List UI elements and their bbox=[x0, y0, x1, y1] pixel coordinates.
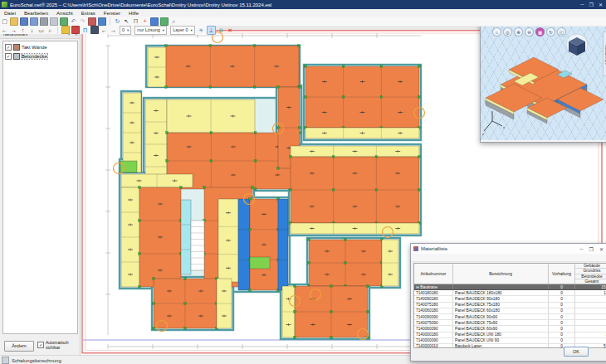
zoom-in-icon[interactable]: ⊕ bbox=[514, 27, 523, 36]
checkbox-icon[interactable]: ✓ bbox=[37, 342, 44, 348]
auto-visible-checkbox[interactable]: ✓ Automatisch sichtbar bbox=[37, 341, 72, 351]
minimize-button[interactable]: ─ bbox=[580, 2, 584, 7]
status-icon bbox=[2, 357, 9, 364]
material-table-body: ⊟ Baukrane015237140180180Panel BAUDECK 1… bbox=[414, 284, 606, 348]
menu-fenster[interactable]: Fenster bbox=[100, 11, 125, 16]
checkbox-icon[interactable]: ✓ bbox=[5, 44, 12, 51]
pan-left-icon[interactable]: ← bbox=[1, 27, 8, 34]
next-takt-icon[interactable]: → bbox=[110, 27, 117, 34]
material-close-button[interactable]: ✕ bbox=[599, 246, 604, 252]
snow-icon[interactable]: ✳ bbox=[198, 27, 205, 34]
col-vorhaltung: Vorhaltung bbox=[549, 264, 575, 284]
export-image-icon[interactable] bbox=[60, 17, 68, 26]
tree-item-betondecke[interactable]: ✓Betondecke bbox=[5, 52, 77, 60]
save-all-icon[interactable] bbox=[30, 17, 38, 26]
material-table[interactable]: Artikelnummer Bezeichnung Vorhaltung Geb… bbox=[413, 263, 606, 348]
fullscreen-icon[interactable]: ◱ bbox=[557, 27, 566, 36]
material-row[interactable]: 7140000180Panel BAUDECK UNI 180029 bbox=[414, 332, 606, 338]
material-row[interactable]: 7140075090Panel BAUDECK 75x9001 bbox=[414, 320, 606, 326]
toolbar-separator bbox=[57, 27, 58, 34]
material-row[interactable]: 7140060180Panel BAUDECK 60x18004 bbox=[414, 308, 606, 314]
profile-icon[interactable]: Π bbox=[81, 27, 89, 34]
undo-icon[interactable]: ↶ bbox=[70, 17, 77, 25]
copy-icon[interactable] bbox=[50, 17, 58, 26]
deck-mode-icon[interactable]: ⊥ bbox=[207, 26, 216, 35]
pan-up-icon[interactable]: ↑ bbox=[19, 27, 27, 34]
table-blue-icon[interactable] bbox=[150, 17, 159, 26]
material-row[interactable]: 7140000090Panel BAUDECK UNI 9009 bbox=[414, 338, 606, 344]
view-toolbar: ←→↑↓▭⌕Π←→0▾nur Lösung▾Layer 0▾✳⊥ü✕ bbox=[0, 26, 216, 34]
ok-button[interactable]: OK bbox=[564, 347, 589, 357]
zoom-window-icon[interactable]: ▭ bbox=[37, 27, 45, 34]
change-button[interactable]: Ändern bbox=[4, 341, 34, 352]
status-text: Schalungsberechnung bbox=[12, 358, 61, 363]
menu-extras[interactable]: Extras bbox=[77, 11, 100, 16]
zoom-out-icon[interactable]: ⊖ bbox=[525, 27, 534, 36]
solution-dropdown[interactable]: nur Lösung▾ bbox=[134, 26, 167, 35]
save-icon[interactable] bbox=[20, 17, 28, 26]
new-file-icon[interactable]: ▢ bbox=[1, 17, 8, 25]
svg-text:x: x bbox=[503, 125, 505, 129]
close-takt-icon[interactable]: ✕ bbox=[227, 27, 234, 34]
zoom-all-icon[interactable]: ⌕ bbox=[46, 27, 54, 34]
takt-delete-icon[interactable] bbox=[71, 26, 80, 34]
add-icon[interactable]: + bbox=[141, 17, 149, 25]
insert-image-icon[interactable] bbox=[98, 17, 106, 26]
material-maximize-button[interactable]: ❐ bbox=[589, 246, 594, 252]
dark-tool-icon[interactable] bbox=[90, 26, 99, 34]
prev-takt-icon[interactable]: ← bbox=[100, 27, 108, 34]
close-button[interactable]: ✕ bbox=[599, 2, 603, 7]
col-artikelnummer: Artikelnummer bbox=[414, 264, 453, 284]
material-row[interactable]: 7140090090Panel BAUDECK 90x90011 bbox=[414, 314, 606, 320]
maximize-button[interactable]: ❐ bbox=[589, 2, 594, 7]
redo-icon[interactable]: ↷ bbox=[79, 17, 86, 25]
menu-bearbeiten[interactable]: Bearbeiten bbox=[20, 11, 52, 16]
col-bezeichnung: Bezeichnung bbox=[453, 264, 549, 284]
print-icon[interactable] bbox=[40, 17, 48, 26]
table-green-icon[interactable] bbox=[160, 17, 169, 26]
select-cursor-icon[interactable]: ↖ bbox=[123, 17, 130, 25]
window-title: EuroSchal.net® 2025 – C:\Users\IrISch\On… bbox=[10, 2, 580, 7]
viewer3d-viewport[interactable]: ⌂◎⊕⊖▦↻◱ zx Taktauswahl bbox=[481, 25, 606, 140]
viewer3d-model[interactable]: zx bbox=[481, 25, 606, 140]
app-root: { "window": { "title": "EuroSchal.net® 2… bbox=[0, 0, 606, 364]
takt-panel: Taktauswahl 🖈 ✕ ✓Takt Wände✓Betondecke Ä… bbox=[0, 30, 81, 355]
title-bar: EuroSchal.net® 2025 – C:\Users\IrISch\On… bbox=[0, 0, 606, 9]
docked-tab[interactable]: Taktauswahl bbox=[603, 32, 606, 76]
menu-hilfe[interactable]: Hilfe bbox=[125, 11, 143, 16]
menu-ansicht[interactable]: Ansicht bbox=[52, 11, 77, 16]
material-row[interactable]: 7140060090Panel BAUDECK 60x9001 bbox=[414, 326, 606, 332]
material-row[interactable]: 7140090180Panel BAUDECK 90x180078 bbox=[414, 296, 606, 302]
measure-frame-icon[interactable]: Π bbox=[132, 17, 139, 25]
tree-item-takt-wände[interactable]: ✓Takt Wände bbox=[5, 43, 77, 51]
pan-right-icon[interactable]: → bbox=[10, 27, 17, 34]
menu-datei[interactable]: Datei bbox=[0, 11, 20, 16]
material-row[interactable]: 7140180180Panel BAUDECK 180x1800117 bbox=[414, 290, 606, 296]
material-list-title: Materialliste bbox=[421, 246, 579, 251]
col-gesamt-stack: GebäudeGrundrissBetondeckeGesamt bbox=[575, 264, 606, 284]
takt-yellow-icon[interactable] bbox=[61, 26, 70, 34]
takt-dropdown[interactable]: 0▾ bbox=[120, 26, 131, 35]
checkbox-icon[interactable]: ✓ bbox=[5, 53, 12, 60]
filter-icon[interactable]: ▦ bbox=[535, 27, 545, 36]
material-list-icon bbox=[413, 246, 418, 251]
rotate-icon[interactable]: ↻ bbox=[546, 27, 555, 36]
takt-panel-footer: Ändern ✓ Automatisch sichtbar bbox=[0, 337, 80, 355]
material-row[interactable]: 7140075180Panel BAUDECK 75x18001 bbox=[414, 303, 606, 308]
viewer3d-controls: ⌂◎⊕⊖▦↻◱ bbox=[492, 27, 566, 36]
open-folder-icon[interactable] bbox=[10, 17, 18, 26]
app-logo-icon bbox=[2, 2, 7, 7]
material-group-row[interactable]: ⊟ Baukrane01523 bbox=[414, 284, 606, 290]
refresh-icon[interactable]: ↻ bbox=[114, 17, 121, 25]
material-list-menu bbox=[411, 254, 606, 262]
label-icon[interactable]: ü bbox=[217, 27, 225, 34]
format-paint-icon[interactable] bbox=[88, 17, 96, 26]
pan-down-icon[interactable]: ↓ bbox=[28, 27, 36, 34]
home-view-icon[interactable]: ⌂ bbox=[492, 27, 501, 36]
eye-icon[interactable]: ◎ bbox=[503, 27, 512, 36]
toolbar-separator bbox=[110, 17, 110, 25]
zoom-icon[interactable]: ⌕ bbox=[170, 17, 178, 25]
material-minimize-button[interactable]: ─ bbox=[579, 246, 583, 252]
layer-dropdown[interactable]: Layer 0▾ bbox=[170, 26, 195, 35]
takt-tree: ✓Takt Wände✓Betondecke bbox=[2, 41, 78, 334]
